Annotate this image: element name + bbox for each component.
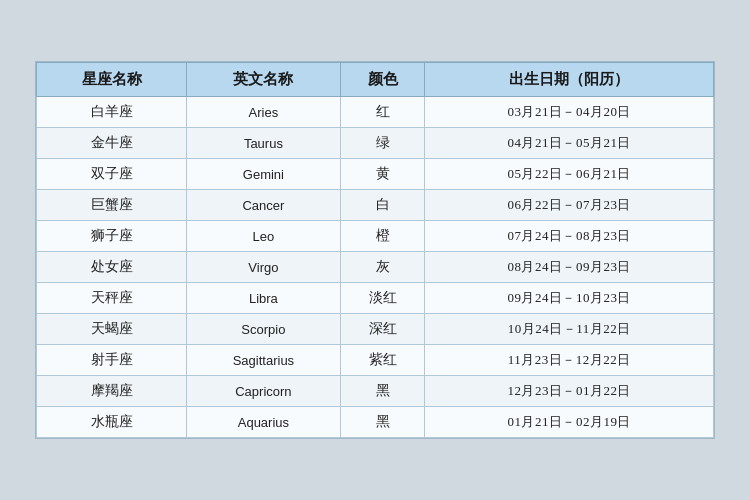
zodiac-dates: 11月23日－12月22日	[425, 345, 714, 376]
zodiac-zh: 水瓶座	[37, 407, 187, 438]
zodiac-color: 淡红	[340, 283, 425, 314]
zodiac-en: Cancer	[187, 190, 340, 221]
zodiac-zh: 白羊座	[37, 97, 187, 128]
table-row: 双子座Gemini黄05月22日－06月21日	[37, 159, 714, 190]
col-header-zh: 星座名称	[37, 63, 187, 97]
table-row: 处女座Virgo灰08月24日－09月23日	[37, 252, 714, 283]
zodiac-en: Leo	[187, 221, 340, 252]
table-row: 巨蟹座Cancer白06月22日－07月23日	[37, 190, 714, 221]
col-header-en: 英文名称	[187, 63, 340, 97]
zodiac-dates: 06月22日－07月23日	[425, 190, 714, 221]
table-row: 天秤座Libra淡红09月24日－10月23日	[37, 283, 714, 314]
zodiac-color: 绿	[340, 128, 425, 159]
table-row: 狮子座Leo橙07月24日－08月23日	[37, 221, 714, 252]
zodiac-dates: 04月21日－05月21日	[425, 128, 714, 159]
col-header-dates: 出生日期（阳历）	[425, 63, 714, 97]
zodiac-zh: 摩羯座	[37, 376, 187, 407]
zodiac-dates: 01月21日－02月19日	[425, 407, 714, 438]
col-header-color: 颜色	[340, 63, 425, 97]
table-row: 摩羯座Capricorn黑12月23日－01月22日	[37, 376, 714, 407]
table-row: 金牛座Taurus绿04月21日－05月21日	[37, 128, 714, 159]
zodiac-en: Sagittarius	[187, 345, 340, 376]
zodiac-en: Taurus	[187, 128, 340, 159]
zodiac-color: 白	[340, 190, 425, 221]
zodiac-dates: 05月22日－06月21日	[425, 159, 714, 190]
zodiac-en: Gemini	[187, 159, 340, 190]
zodiac-zh: 双子座	[37, 159, 187, 190]
zodiac-dates: 07月24日－08月23日	[425, 221, 714, 252]
zodiac-color: 黑	[340, 376, 425, 407]
zodiac-dates: 09月24日－10月23日	[425, 283, 714, 314]
table-header-row: 星座名称 英文名称 颜色 出生日期（阳历）	[37, 63, 714, 97]
zodiac-en: Aries	[187, 97, 340, 128]
zodiac-dates: 03月21日－04月20日	[425, 97, 714, 128]
zodiac-en: Virgo	[187, 252, 340, 283]
zodiac-dates: 12月23日－01月22日	[425, 376, 714, 407]
zodiac-color: 黑	[340, 407, 425, 438]
zodiac-color: 紫红	[340, 345, 425, 376]
table-row: 水瓶座Aquarius黑01月21日－02月19日	[37, 407, 714, 438]
zodiac-color: 深红	[340, 314, 425, 345]
zodiac-zh: 天蝎座	[37, 314, 187, 345]
zodiac-color: 红	[340, 97, 425, 128]
zodiac-zh: 狮子座	[37, 221, 187, 252]
table-row: 射手座Sagittarius紫红11月23日－12月22日	[37, 345, 714, 376]
zodiac-color: 灰	[340, 252, 425, 283]
zodiac-color: 橙	[340, 221, 425, 252]
zodiac-table: 星座名称 英文名称 颜色 出生日期（阳历） 白羊座Aries红03月21日－04…	[36, 62, 714, 438]
zodiac-dates: 10月24日－11月22日	[425, 314, 714, 345]
table-row: 天蝎座Scorpio深红10月24日－11月22日	[37, 314, 714, 345]
zodiac-zh: 金牛座	[37, 128, 187, 159]
zodiac-en: Aquarius	[187, 407, 340, 438]
zodiac-zh: 射手座	[37, 345, 187, 376]
zodiac-en: Capricorn	[187, 376, 340, 407]
zodiac-zh: 巨蟹座	[37, 190, 187, 221]
zodiac-dates: 08月24日－09月23日	[425, 252, 714, 283]
table-row: 白羊座Aries红03月21日－04月20日	[37, 97, 714, 128]
zodiac-zh: 天秤座	[37, 283, 187, 314]
zodiac-en: Libra	[187, 283, 340, 314]
zodiac-en: Scorpio	[187, 314, 340, 345]
zodiac-zh: 处女座	[37, 252, 187, 283]
zodiac-table-wrapper: 星座名称 英文名称 颜色 出生日期（阳历） 白羊座Aries红03月21日－04…	[35, 61, 715, 439]
zodiac-color: 黄	[340, 159, 425, 190]
